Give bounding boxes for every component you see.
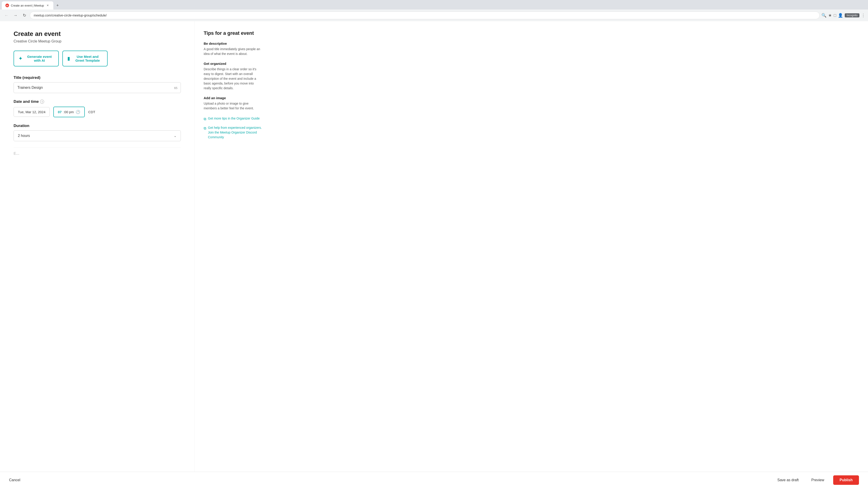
ai-icon: ✦ <box>19 56 22 61</box>
discord-link[interactable]: ⧉ Get help from experienced organizers. … <box>204 125 262 140</box>
incognito-badge: Incognito <box>845 13 860 18</box>
datetime-label-text: Date and time <box>13 99 39 104</box>
profile-icon[interactable]: 👤 <box>838 13 843 18</box>
time-field[interactable]: 07 :00 pm 🕐 <box>53 107 85 117</box>
duration-value: 2 hours <box>18 134 30 138</box>
external-link-icon-2: ⧉ <box>204 126 206 131</box>
save-draft-button[interactable]: Save as draft <box>774 476 802 477</box>
generate-ai-button[interactable]: ✦ Generate event with AI <box>13 51 59 66</box>
tab-title: Create an event | Meetup <box>11 4 44 7</box>
organizer-guide-link[interactable]: ⧉ Get more tips in the Organizer Guide <box>204 116 262 122</box>
datetime-form-group: Date and time i Tue, Mar 12, 2024 07 :00… <box>13 99 181 117</box>
tip-descriptive: Be descriptive A good title immediately … <box>204 41 262 56</box>
active-tab[interactable]: m Create an event | Meetup ✕ <box>2 1 53 9</box>
datetime-label: Date and time i <box>13 99 181 104</box>
publish-button[interactable]: Publish <box>833 475 859 477</box>
duration-label: Duration <box>13 124 181 128</box>
tab-bar: m Create an event | Meetup ✕ + <box>0 0 868 9</box>
time-hours: 07 <box>58 110 62 114</box>
tip-image-heading: Add an image <box>204 96 262 100</box>
time-rest: :00 pm <box>64 110 74 114</box>
tip-image: Add an image Upload a photo or image to … <box>204 96 262 111</box>
tip-organized-text: Describe things in a clear order so it's… <box>204 67 262 91</box>
date-field[interactable]: Tue, Mar 12, 2024 <box>13 107 50 117</box>
tips-title: Tips for a great event <box>204 30 262 36</box>
new-tab-button[interactable]: + <box>54 2 61 8</box>
title-form-group: Title (required) 65 <box>13 75 181 93</box>
meet-greet-button[interactable]: ▮ Use Meet and Greet Template <box>62 51 107 66</box>
preview-button[interactable]: Preview <box>808 476 828 477</box>
tip-descriptive-heading: Be descriptive <box>204 41 262 45</box>
menu-icon[interactable]: ⋮ <box>861 13 865 18</box>
forward-button[interactable]: → <box>12 12 19 19</box>
template-icon: ▮ <box>67 56 70 61</box>
char-count: 65 <box>174 86 178 90</box>
duration-form-group: Duration 2 hours ⌄ <box>13 124 181 141</box>
main-content: Create an event Creative Circle Meetup G… <box>0 21 194 477</box>
title-label: Title (required) <box>13 75 181 80</box>
footer-right: Save as draft Preview Publish <box>774 475 859 477</box>
template-buttons: ✦ Generate event with AI ▮ Use Meet and … <box>13 51 181 66</box>
chevron-down-icon: ⌄ <box>174 134 177 138</box>
duration-select[interactable]: 2 hours ⌄ <box>13 130 181 141</box>
tip-descriptive-text: A good title immediately gives people an… <box>204 47 262 56</box>
address-text: meetup.com/creative-circle-meetup-group/… <box>34 13 816 17</box>
tip-organized: Get organized Describe things in a clear… <box>204 62 262 91</box>
address-bar[interactable]: meetup.com/creative-circle-meetup-group/… <box>30 11 819 19</box>
bookmark-icon[interactable]: ★ <box>828 13 832 18</box>
group-name: Creative Circle Meetup Group <box>13 39 181 43</box>
tip-image-text: Upload a photo or image to give members … <box>204 101 262 111</box>
tab-close-button[interactable]: ✕ <box>46 3 50 7</box>
reload-button[interactable]: ↻ <box>21 12 28 19</box>
organizer-guide-text: Get more tips in the Organizer Guide <box>208 116 260 121</box>
tip-organized-heading: Get organized <box>204 62 262 66</box>
external-link-icon-1: ⧉ <box>204 116 206 122</box>
clock-icon: 🕐 <box>76 110 80 114</box>
title-input-wrapper: 65 <box>13 82 181 93</box>
meet-greet-label: Use Meet and Greet Template <box>72 55 103 62</box>
datetime-info-icon[interactable]: i <box>40 100 44 104</box>
ai-button-label: Generate event with AI <box>25 55 54 62</box>
tips-sidebar: Tips for a great event Be descriptive A … <box>194 21 271 477</box>
extension-icon[interactable]: □ <box>834 13 836 18</box>
partial-section-label: E... <box>13 148 181 156</box>
search-icon[interactable]: 🔍 <box>822 13 827 18</box>
datetime-row: Tue, Mar 12, 2024 07 :00 pm 🕐 CDT <box>13 107 181 117</box>
page-content: Create an event Creative Circle Meetup G… <box>0 21 868 477</box>
nav-icons: 🔍 ★ □ 👤 Incognito ⋮ <box>822 13 865 18</box>
footer-bar: Cancel Save as draft Preview Publish <box>0 472 868 477</box>
discord-text: Get help from experienced organizers. Jo… <box>208 125 262 140</box>
back-button[interactable]: ← <box>3 12 10 19</box>
title-input[interactable] <box>18 86 177 90</box>
nav-bar: ← → ↻ meetup.com/creative-circle-meetup-… <box>0 9 868 21</box>
cancel-button[interactable]: Cancel <box>9 476 20 477</box>
page-title: Create an event <box>13 30 181 37</box>
tab-favicon: m <box>5 4 9 7</box>
timezone: CDT <box>88 110 95 114</box>
